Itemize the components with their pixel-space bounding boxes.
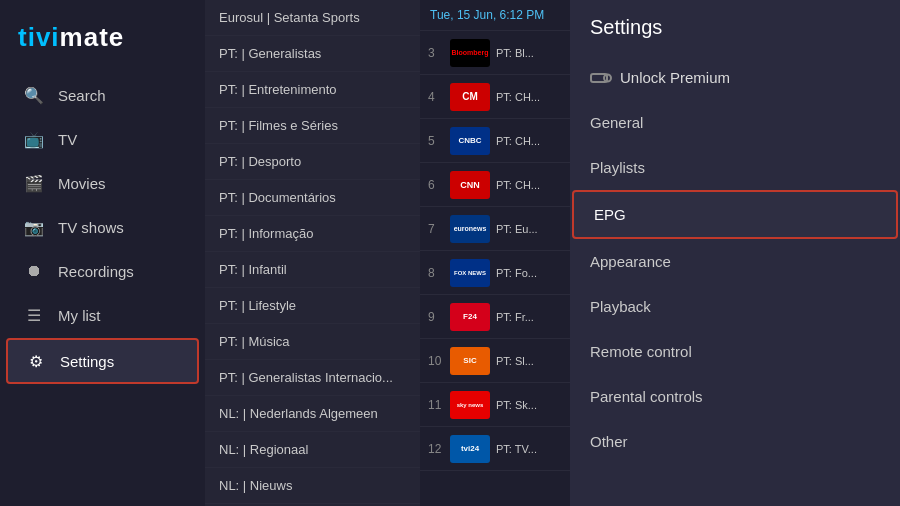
group-label: PT: | Lifestyle xyxy=(219,298,296,313)
list-item[interactable]: PT: | Generalistas Internacio... xyxy=(205,360,420,396)
list-item[interactable]: PT: | Lifestyle xyxy=(205,288,420,324)
settings-icon: ⚙ xyxy=(26,351,46,371)
datetime-text: Tue, 15 Jun, 6:12 PM xyxy=(430,8,544,22)
sidebar-item-recordings[interactable]: ⏺ Recordings xyxy=(6,250,199,292)
channel-row-5[interactable]: 5 CNBC PT: CH... xyxy=(420,119,570,163)
sidebar-item-label-recordings: Recordings xyxy=(58,263,134,280)
channel-row-3[interactable]: 3 Bloomberg PT: Bl... xyxy=(420,31,570,75)
settings-item-label: Appearance xyxy=(590,253,671,270)
channel-row-10[interactable]: 10 SIC PT: Sl... xyxy=(420,339,570,383)
list-item[interactable]: Eurosul | Setanta Sports xyxy=(205,0,420,36)
sidebar: tivimate 🔍 Search 📺 TV 🎬 Movies 📷 TV sho… xyxy=(0,0,205,506)
channel-number: 11 xyxy=(428,398,444,412)
channel-number: 9 xyxy=(428,310,444,324)
channel-number: 4 xyxy=(428,90,444,104)
settings-item-label: Playlists xyxy=(590,159,645,176)
settings-item-parental-controls[interactable]: Parental controls xyxy=(570,374,900,419)
group-label: PT: | Música xyxy=(219,334,290,349)
sidebar-item-tv[interactable]: 📺 TV xyxy=(6,118,199,160)
sidebar-item-movies[interactable]: 🎬 Movies xyxy=(6,162,199,204)
group-label: PT: | Informação xyxy=(219,226,313,241)
list-item[interactable]: PT: | Informação xyxy=(205,216,420,252)
channel-name: PT: TV... xyxy=(496,443,537,455)
channel-logo: tvi24 xyxy=(450,435,490,463)
channel-viewer: Tue, 15 Jun, 6:12 PM 3 Bloomberg PT: Bl.… xyxy=(420,0,570,506)
list-item[interactable]: PT: | Documentários xyxy=(205,180,420,216)
settings-item-other[interactable]: Other xyxy=(570,419,900,464)
group-label: NL: | Nieuws xyxy=(219,478,292,493)
settings-item-playlists[interactable]: Playlists xyxy=(570,145,900,190)
sidebar-item-label-tvshows: TV shows xyxy=(58,219,124,236)
settings-item-label: Other xyxy=(590,433,628,450)
channel-number: 12 xyxy=(428,442,444,456)
channel-logo: F24 xyxy=(450,303,490,331)
group-label: PT: | Entretenimento xyxy=(219,82,337,97)
mylist-icon: ☰ xyxy=(24,305,44,325)
channel-name: PT: CH... xyxy=(496,135,540,147)
channel-name: PT: CH... xyxy=(496,91,540,103)
group-label: NL: | Nederlands Algemeen xyxy=(219,406,378,421)
list-item[interactable]: NL: | Regionaal xyxy=(205,432,420,468)
settings-item-remote-control[interactable]: Remote control xyxy=(570,329,900,374)
sidebar-item-mylist[interactable]: ☰ My list xyxy=(6,294,199,336)
sidebar-item-settings[interactable]: ⚙ Settings xyxy=(6,338,199,384)
channel-number: 3 xyxy=(428,46,444,60)
list-item[interactable]: PT: | Música xyxy=(205,324,420,360)
group-label: NL: | Regionaal xyxy=(219,442,308,457)
settings-item-label: Parental controls xyxy=(590,388,703,405)
settings-item-appearance[interactable]: Appearance xyxy=(570,239,900,284)
group-label: PT: | Generalistas Internacio... xyxy=(219,370,393,385)
list-item[interactable]: NL: | Nieuws xyxy=(205,468,420,504)
settings-item-general[interactable]: General xyxy=(570,100,900,145)
channel-row-12[interactable]: 12 tvi24 PT: TV... xyxy=(420,427,570,471)
channel-logo: CNBC xyxy=(450,127,490,155)
channel-logo: sky news xyxy=(450,391,490,419)
sidebar-item-label-tv: TV xyxy=(58,131,77,148)
channel-number: 8 xyxy=(428,266,444,280)
settings-panel: Settings Unlock Premium General Playlist… xyxy=(570,0,900,506)
channel-number: 7 xyxy=(428,222,444,236)
settings-item-label: Playback xyxy=(590,298,651,315)
list-item[interactable]: PT: | Infantil xyxy=(205,252,420,288)
settings-item-unlock-premium[interactable]: Unlock Premium xyxy=(570,55,900,100)
sidebar-item-label-movies: Movies xyxy=(58,175,106,192)
channel-logo: Bloomberg xyxy=(450,39,490,67)
key-icon xyxy=(590,73,608,83)
list-item[interactable]: NL: | Nederlands Algemeen xyxy=(205,396,420,432)
settings-item-playback[interactable]: Playback xyxy=(570,284,900,329)
channel-row-6[interactable]: 6 CNN PT: CH... xyxy=(420,163,570,207)
datetime-bar: Tue, 15 Jun, 6:12 PM xyxy=(420,0,570,31)
channel-row-9[interactable]: 9 F24 PT: Fr... xyxy=(420,295,570,339)
channel-row-8[interactable]: 8 FOX NEWS PT: Fo... xyxy=(420,251,570,295)
group-label: PT: | Generalistas xyxy=(219,46,321,61)
channel-logo: CNN xyxy=(450,171,490,199)
settings-item-label: Remote control xyxy=(590,343,692,360)
group-label: Eurosul | Setanta Sports xyxy=(219,10,360,25)
sidebar-item-tvshows[interactable]: 📷 TV shows xyxy=(6,206,199,248)
channel-row-11[interactable]: 11 sky news PT: Sk... xyxy=(420,383,570,427)
channel-row-7[interactable]: 7 euronews PT: Eu... xyxy=(420,207,570,251)
group-label: PT: | Documentários xyxy=(219,190,336,205)
channel-logo: SIC xyxy=(450,347,490,375)
logo-text-ti: tivi xyxy=(18,22,60,52)
channel-number: 10 xyxy=(428,354,444,368)
list-item[interactable]: PT: | Filmes e Séries xyxy=(205,108,420,144)
tvshows-icon: 📷 xyxy=(24,217,44,237)
channel-logo: euronews xyxy=(450,215,490,243)
settings-item-label: Unlock Premium xyxy=(620,69,730,86)
channel-number: 6 xyxy=(428,178,444,192)
channel-logo: FOX NEWS xyxy=(450,259,490,287)
channel-name: PT: Eu... xyxy=(496,223,538,235)
channel-row-4[interactable]: 4 CM PT: CH... xyxy=(420,75,570,119)
list-item[interactable]: PT: | Entretenimento xyxy=(205,72,420,108)
channel-name: PT: CH... xyxy=(496,179,540,191)
list-item[interactable]: PT: | Generalistas xyxy=(205,36,420,72)
channel-group-list: Eurosul | Setanta Sports PT: | Generalis… xyxy=(205,0,420,506)
sidebar-item-search[interactable]: 🔍 Search xyxy=(6,74,199,116)
recordings-icon: ⏺ xyxy=(24,261,44,281)
list-item[interactable]: PT: | Desporto xyxy=(205,144,420,180)
settings-item-epg[interactable]: EPG xyxy=(572,190,898,239)
group-label: PT: | Infantil xyxy=(219,262,287,277)
search-icon: 🔍 xyxy=(24,85,44,105)
sidebar-item-label-search: Search xyxy=(58,87,106,104)
